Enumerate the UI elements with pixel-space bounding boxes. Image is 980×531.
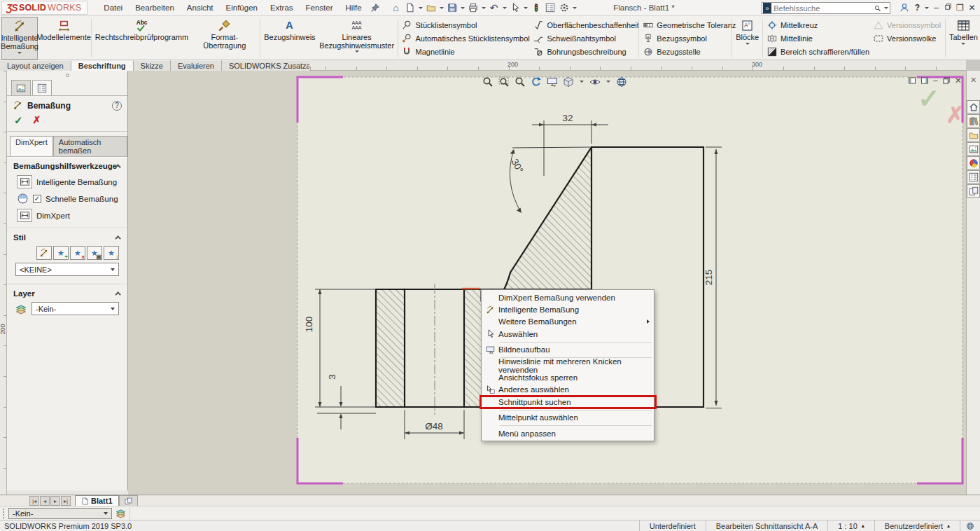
dropdown-caret[interactable] — [18, 52, 22, 54]
menu-item-bildneuaufbau[interactable]: Bildneuaufbau — [482, 344, 654, 356]
task-pane-close-icon[interactable]: ✕ — [967, 71, 980, 89]
sheet-nav-last-icon[interactable]: ▸| — [61, 496, 71, 506]
taskpane-design-library-button[interactable] — [967, 114, 980, 127]
dim-100[interactable]: 100 — [304, 317, 314, 333]
taskpane-custom-properties-button[interactable] — [967, 170, 980, 184]
home-button[interactable]: ⌂ — [390, 1, 402, 14]
menu-item-hinweislinie-knicke[interactable]: Hinweislinie mit mehreren Knicken verwen… — [482, 359, 654, 371]
style-save-button[interactable]: ★▣ — [87, 246, 102, 260]
tab-beschriftung[interactable]: Beschriftung — [71, 60, 134, 71]
panel-grip[interactable] — [7, 71, 127, 79]
open-dropdown-caret[interactable] — [440, 7, 444, 9]
print-button[interactable] — [467, 1, 479, 14]
display-style-icon[interactable] — [562, 76, 575, 88]
style-apply-default-button[interactable] — [36, 246, 52, 260]
pm-tab-property-manager[interactable] — [32, 80, 52, 95]
menu-item-ansichtsfokus-sperren[interactable]: Ansichtsfokus sperren — [482, 371, 654, 383]
dim-diameter-48[interactable]: Ø48 — [425, 421, 443, 432]
taskpane-appearances-button[interactable] — [967, 156, 980, 170]
confirmation-ok-icon[interactable]: ✓ — [918, 83, 940, 114]
group-header-stil[interactable]: Stil — [7, 228, 127, 244]
tab-automatisch-bemassen[interactable]: Automatisch bemaßen — [53, 136, 127, 156]
open-button[interactable] — [425, 1, 438, 14]
style-add-button[interactable]: ★+ — [53, 246, 69, 260]
ribbon-geometrische-toleranz[interactable]: Geometrische Toleranz — [643, 19, 727, 31]
minimize-button[interactable]: – — [930, 0, 942, 15]
help-button[interactable]: ? — [911, 0, 923, 15]
tab-evaluieren[interactable]: Evaluieren — [171, 60, 222, 71]
sheet-tab-blatt1[interactable]: Blatt1 — [75, 495, 119, 506]
group-header-layer[interactable]: Layer — [7, 284, 127, 301]
save-button[interactable] — [446, 1, 458, 14]
tab-skizze[interactable]: Skizze — [134, 60, 171, 71]
select-dropdown-caret[interactable] — [524, 7, 528, 9]
ribbon-lineares-bezugshinweismuster[interactable]: Lineares Bezugshinweismuster — [318, 17, 396, 60]
menu-item-menue-anpassen[interactable]: Menü anpassen — [482, 427, 654, 439]
dropdown-caret[interactable] — [746, 43, 750, 45]
collapse-chevron-icon[interactable] — [115, 291, 120, 297]
status-sheet-scale[interactable]: 1 : 10▴ — [827, 520, 874, 531]
save-dropdown-caret[interactable] — [461, 7, 465, 9]
sheet-nav-next-icon[interactable]: ▸ — [50, 496, 60, 506]
ribbon-bezugshinweis[interactable]: Bezugshinweis — [262, 17, 317, 60]
menu-item-dimxpert-bemassung-verwenden[interactable]: DimXpert Bemaßung verwenden — [482, 291, 654, 303]
status-units[interactable]: Benutzerdefiniert▴ — [874, 520, 960, 531]
ribbon-intelligente-bemassung[interactable]: Intelligente Bemaßung — [1, 17, 38, 60]
layer-dropdown[interactable]: -Kein- — [31, 302, 119, 315]
menu-bearbeiten[interactable]: Bearbeiten — [129, 0, 181, 15]
search-dropdown-caret[interactable] — [884, 7, 888, 9]
doc-restore-icon[interactable] — [942, 76, 951, 85]
ribbon-oberflaechenbeschaffenheit[interactable]: Oberflächenbeschaffenheit — [533, 19, 634, 31]
new-document-button[interactable] — [404, 1, 416, 14]
ribbon-modellelemente[interactable]: Modellelemente — [38, 17, 90, 60]
view-settings-icon[interactable] — [615, 76, 628, 88]
ribbon-stuecklistensymbol[interactable]: Stücklistensymbol — [402, 19, 528, 31]
scale-popup-arrow-icon[interactable]: ▴ — [862, 523, 864, 529]
dim-3[interactable]: 3 — [327, 374, 337, 380]
taskpane-compare-button[interactable] — [967, 184, 980, 198]
taskpane-file-explorer-button[interactable] — [967, 128, 980, 142]
maximize-button[interactable]: ❐ — [954, 0, 966, 15]
menu-ansicht[interactable]: Ansicht — [181, 0, 220, 15]
tool-intelligente-bemassung[interactable]: Intelligente Bemaßung — [7, 173, 127, 191]
menu-item-weitere-bemassungen[interactable]: Weitere Bemaßungen — [482, 316, 654, 328]
menu-einfuegen[interactable]: Einfügen — [220, 0, 264, 15]
units-popup-arrow-icon[interactable]: ▴ — [947, 523, 950, 529]
style-dropdown[interactable]: <KEINE> — [15, 263, 119, 276]
select-button[interactable] — [509, 1, 522, 14]
ribbon-bezugssymbol[interactable]: Bezugssymbol — [643, 32, 727, 44]
style-delete-button[interactable]: ★x — [70, 246, 85, 260]
sheet-nav-first-icon[interactable]: |◂ — [29, 496, 39, 506]
command-search-box[interactable]: » — [762, 2, 890, 14]
selection-filter-button[interactable] — [530, 1, 542, 14]
ribbon-format-uebertragung[interactable]: Format-Übertragung — [190, 17, 258, 60]
ribbon-mittelkreuz[interactable]: Mittelkreuz — [767, 19, 868, 31]
hide-show-caret[interactable] — [606, 81, 610, 83]
status-connection[interactable] — [960, 520, 980, 531]
ribbon-rechtschreibpruefung[interactable]: Rechtschreibprüfprogramm — [93, 17, 190, 60]
ribbon-automatisches-stuecklistensymbol[interactable]: Automatisches Stücklistensymbol — [402, 32, 528, 44]
active-layer-dropdown[interactable]: -Kein- — [8, 508, 112, 519]
search-input[interactable] — [774, 4, 873, 13]
menu-item-anderes-auswaehlen[interactable]: Anderes auswählen — [482, 384, 654, 396]
ribbon-schweissnahtsymbol[interactable]: Schweißnahtsymbol — [533, 32, 634, 44]
rapid-dimension-checkbox[interactable]: ✓ — [33, 195, 41, 203]
redraw-icon[interactable] — [546, 76, 559, 88]
search-icon[interactable] — [874, 4, 881, 13]
close-button[interactable]: ✕ — [966, 0, 978, 15]
menu-hilfe[interactable]: Hilfe — [340, 0, 368, 15]
undo-dropdown-caret[interactable] — [503, 7, 507, 9]
collapse-chevron-icon[interactable] — [115, 235, 120, 241]
ribbon-bloecke[interactable]: Blöcke — [734, 17, 761, 60]
undo-button[interactable]: ↶ — [488, 1, 500, 14]
ribbon-versionswolke[interactable]: Versionswolke — [874, 32, 941, 44]
ribbon-magnetlinie[interactable]: Magnetlinie — [402, 46, 528, 57]
taskpane-view-palette-button[interactable] — [967, 142, 980, 156]
pm-tab-view-palette[interactable] — [11, 80, 31, 95]
user-account-icon[interactable] — [898, 1, 911, 14]
tab-dimxpert[interactable]: DimXpert — [10, 136, 53, 156]
group-header-bemassungshilfswerkzeuge[interactable]: Bemaßungshilfswerkzeuge — [7, 157, 127, 173]
ribbon-bohrungsbeschreibung[interactable]: Bohrungsbeschreibung — [533, 46, 634, 57]
tab-layout-anzeigen[interactable]: Layout anzeigen — [0, 60, 71, 71]
menu-datei[interactable]: Datei — [97, 0, 129, 15]
